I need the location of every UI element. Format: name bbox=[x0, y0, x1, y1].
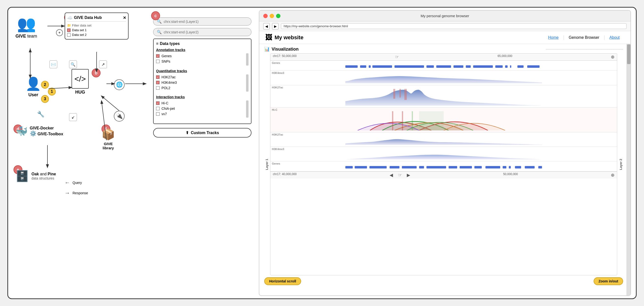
wrench-icon: 🔧 bbox=[37, 111, 44, 118]
genes-checkbox[interactable]: ✓ bbox=[156, 54, 160, 58]
genes-track-l2: Genes bbox=[270, 161, 617, 171]
browser-window: My personal genome browser ◀ ▶ https://m… bbox=[259, 10, 631, 296]
pol2-track-item[interactable]: POL2 bbox=[156, 85, 245, 91]
h3k4me3-track-l2: H3K4me3 bbox=[270, 147, 617, 161]
h3k4me3-l2-vis bbox=[272, 151, 616, 159]
zoom-plus-bottom[interactable]: ⊕ bbox=[611, 172, 614, 178]
dataset1-checkbox[interactable]: ✓ bbox=[67, 28, 70, 32]
svg-rect-32 bbox=[486, 166, 500, 168]
svg-rect-8 bbox=[466, 65, 471, 68]
snps-track-item[interactable]: SNPs bbox=[156, 59, 245, 64]
search-icon-l1: 🔍 bbox=[157, 19, 162, 24]
traffic-green[interactable] bbox=[276, 14, 280, 18]
dataset2-checkbox[interactable] bbox=[67, 33, 70, 36]
layer1-label: Layer 1 bbox=[264, 53, 269, 275]
svg-rect-35 bbox=[515, 166, 521, 168]
docker-icon: 🐳 bbox=[16, 125, 28, 137]
back-button[interactable]: ◀ bbox=[263, 23, 270, 29]
svg-rect-36 bbox=[525, 166, 534, 168]
custom-tracks-button[interactable]: ⬆ Custom Tracks bbox=[153, 128, 252, 138]
browser-titlebar: My personal genome browser bbox=[259, 10, 630, 21]
svg-rect-17 bbox=[404, 89, 407, 100]
horizontal-scroll-button[interactable]: Horizontal scroll bbox=[264, 277, 301, 285]
traffic-yellow[interactable] bbox=[270, 14, 274, 18]
chiapet-checkbox[interactable] bbox=[156, 107, 160, 110]
left-panel: a 👥 GIVE team ☁️ GIVE Data Hub ✕ 📁 Filte… bbox=[8, 7, 151, 299]
main-container: a 👥 GIVE team ☁️ GIVE Data Hub ✕ 📁 Filte… bbox=[7, 7, 637, 299]
share-icon-box[interactable]: ↗ bbox=[99, 60, 107, 68]
traffic-red[interactable] bbox=[263, 14, 268, 18]
nav-about[interactable]: About bbox=[604, 35, 624, 40]
h3k4me3-vis bbox=[272, 74, 616, 83]
dataset2-item[interactable]: Data set 2 bbox=[67, 32, 126, 37]
search-icon-box[interactable]: 🔍 bbox=[69, 60, 77, 68]
svg-rect-31 bbox=[474, 166, 482, 168]
genes-track-item[interactable]: ✓ Genes bbox=[156, 53, 245, 59]
chiapet-track-item[interactable]: ChiA-pet bbox=[156, 106, 245, 111]
nav-home[interactable]: Home bbox=[543, 35, 564, 40]
badge-b: b bbox=[92, 68, 100, 77]
hand-cursor: ☞ bbox=[398, 172, 402, 178]
svg-rect-14 bbox=[527, 65, 540, 68]
right-arrow[interactable]: ▶ bbox=[407, 172, 410, 178]
email-icon-box[interactable]: ✉️ bbox=[50, 60, 57, 68]
browser-traffic-lights bbox=[263, 14, 280, 18]
library-block: 📦 GIVElibrary bbox=[102, 128, 115, 150]
layer1-search[interactable]: 🔍 chrx:start-end (Layer1) bbox=[153, 17, 252, 25]
interaction-title: Interaction tracks bbox=[156, 95, 248, 99]
nav-genome[interactable]: Genome Browser bbox=[564, 35, 605, 40]
middle-panel: c 🔍 chrx:start-end (Layer1) 🔍 chrx:start… bbox=[151, 7, 254, 299]
user-block: 👤 User bbox=[25, 76, 41, 97]
vv7-checkbox[interactable] bbox=[156, 112, 160, 116]
svg-rect-21 bbox=[419, 111, 444, 130]
tracks-area: chr17: 50,000,000 ☞ 65,000,000 ⊕ Genes bbox=[270, 53, 617, 275]
gear-icon: ⚙️ bbox=[30, 130, 36, 137]
plus-icon[interactable]: + bbox=[56, 29, 63, 36]
vv7-track-item[interactable]: vv7 bbox=[156, 111, 245, 117]
layer2-search[interactable]: 🔍 chrx:start-end (Layer2) bbox=[153, 28, 252, 36]
hug-box: </> HUG bbox=[72, 69, 89, 95]
h3k27ac-track-item[interactable]: ✓ H3K27ac bbox=[156, 74, 245, 80]
cloud-icon: ☁️ bbox=[67, 15, 72, 20]
h3k4me3-track-item[interactable]: ✓ H3K4me3 bbox=[156, 80, 245, 85]
globe-icon: 🌐 bbox=[114, 79, 124, 90]
hic-vis bbox=[272, 111, 616, 130]
vis-area: 📊 Visualization ────────────────────────… bbox=[259, 44, 630, 296]
data-hub-box: ☁️ GIVE Data Hub ✕ 📁 Filter data set ✓ D… bbox=[65, 12, 128, 39]
left-arrow[interactable]: ◀ bbox=[390, 172, 393, 178]
h3k4me3-checkbox[interactable]: ✓ bbox=[156, 81, 160, 84]
upload-icon: ⬆ bbox=[186, 130, 189, 135]
user-icon: 👤 bbox=[25, 76, 41, 91]
h3k27ac-vis bbox=[272, 89, 616, 106]
browser-navbar: 🖼 My website Home Genome Browser About bbox=[259, 31, 630, 44]
snps-checkbox[interactable] bbox=[156, 60, 160, 63]
quantitative-title: Quantitative tracks bbox=[156, 69, 248, 73]
forward-button[interactable]: ▶ bbox=[272, 23, 278, 29]
hic-track-item[interactable]: ✓ Hi-C bbox=[156, 100, 245, 106]
flow-arrows-svg bbox=[8, 7, 151, 299]
svg-rect-33 bbox=[503, 166, 506, 168]
share-left-icon[interactable]: ↙ bbox=[69, 113, 77, 121]
hic-checkbox[interactable]: ✓ bbox=[156, 101, 160, 105]
svg-rect-1 bbox=[360, 65, 366, 68]
data-hub-title: ☁️ GIVE Data Hub ✕ bbox=[67, 15, 126, 22]
url-bar[interactable]: https://my-website.com/genome-browser.ht… bbox=[281, 23, 626, 29]
zoom-plus-icon[interactable]: ⊕ bbox=[611, 54, 614, 60]
svg-rect-3 bbox=[372, 65, 392, 68]
zoom-button[interactable]: Zoom in/out bbox=[594, 277, 623, 285]
quant-scrollbar[interactable] bbox=[246, 74, 248, 92]
dataset1-item[interactable]: ✓ Data set 1 bbox=[67, 28, 126, 32]
h3k27ac-track-l1: H3K27ac bbox=[270, 85, 617, 108]
cursor-icon: ☞ bbox=[395, 54, 399, 60]
bottom-nav-arrows: ◀ ☞ ▶ bbox=[390, 172, 410, 178]
svg-rect-28 bbox=[426, 166, 446, 168]
svg-rect-34 bbox=[509, 166, 511, 168]
annotation-scrollbar[interactable] bbox=[246, 53, 248, 65]
genes-track-l1: Genes bbox=[270, 61, 617, 71]
svg-rect-16 bbox=[400, 89, 401, 97]
vis-title: 📊 Visualization ────────────────────────… bbox=[264, 46, 623, 52]
close-hub-button[interactable]: ✕ bbox=[123, 15, 126, 20]
pol2-checkbox[interactable] bbox=[156, 86, 160, 90]
h3k27ac-checkbox[interactable]: ✓ bbox=[156, 75, 160, 79]
interaction-scrollbar[interactable] bbox=[246, 100, 248, 118]
